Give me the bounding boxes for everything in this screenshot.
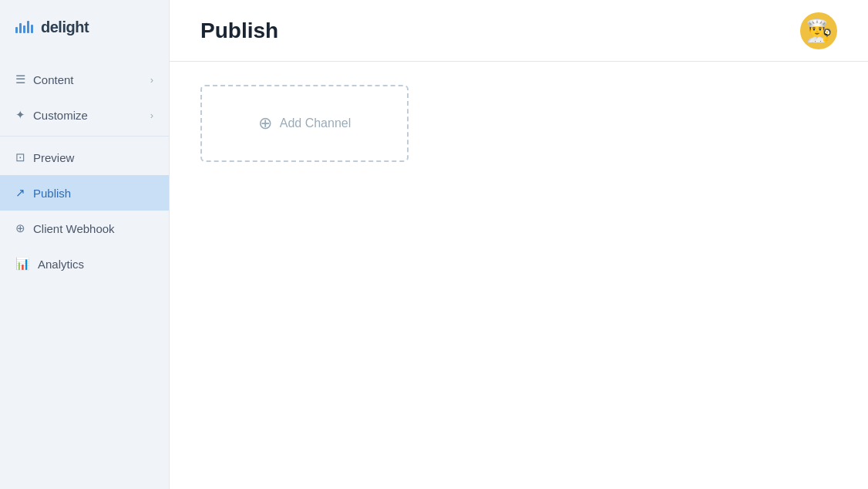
content-icon: ☰	[15, 73, 25, 86]
nav-divider	[0, 136, 169, 137]
avatar[interactable]: 👨‍🍳	[800, 12, 837, 49]
sidebar-label-customize: Customize	[33, 109, 88, 122]
main-content: Publish 👨‍🍳 ⊕ Add Channel	[170, 0, 868, 489]
add-channel-button[interactable]: ⊕ Add Channel	[200, 85, 409, 162]
logo-container: delight	[0, 0, 169, 54]
sidebar-item-customize[interactable]: ✦ Customize ›	[0, 97, 169, 133]
sidebar: delight ☰ Content › ✦ Customize › ⊡ Prev…	[0, 0, 170, 489]
logo: delight	[15, 19, 89, 36]
sidebar-nav: ☰ Content › ✦ Customize › ⊡ Preview ↗	[0, 54, 169, 289]
sidebar-item-client-webhook[interactable]: ⊕ Client Webhook	[0, 211, 169, 246]
logo-text: delight	[41, 19, 89, 36]
page-title: Publish	[200, 19, 278, 43]
sidebar-label-analytics: Analytics	[38, 258, 84, 271]
preview-icon: ⊡	[15, 150, 25, 164]
webhook-icon: ⊕	[15, 221, 25, 235]
logo-bar-2	[19, 23, 22, 33]
chevron-right-icon-2: ›	[150, 110, 153, 121]
sidebar-label-preview: Preview	[33, 151, 74, 164]
customize-icon: ✦	[15, 108, 25, 122]
page-body: ⊕ Add Channel	[170, 62, 868, 489]
logo-bar-4	[27, 21, 29, 33]
analytics-icon: 📊	[15, 257, 30, 271]
sidebar-label-client-webhook: Client Webhook	[33, 222, 115, 235]
add-channel-label: Add Channel	[280, 116, 352, 130]
sidebar-item-publish[interactable]: ↗ Publish	[0, 175, 169, 211]
logo-bar-5	[31, 25, 33, 33]
sidebar-item-analytics[interactable]: 📊 Analytics	[0, 246, 169, 282]
logo-bar-1	[15, 27, 18, 33]
sidebar-item-preview[interactable]: ⊡ Preview	[0, 140, 169, 175]
publish-icon: ↗	[15, 186, 25, 200]
sidebar-label-publish: Publish	[33, 187, 71, 200]
page-header: Publish 👨‍🍳	[170, 0, 868, 62]
add-circle-icon: ⊕	[258, 115, 272, 132]
avatar-image: 👨‍🍳	[806, 20, 833, 42]
sidebar-item-content[interactable]: ☰ Content ›	[0, 62, 169, 97]
chevron-right-icon: ›	[150, 74, 153, 86]
logo-bar-3	[23, 25, 25, 33]
sidebar-label-content: Content	[33, 73, 74, 86]
logo-bars-icon	[15, 21, 33, 33]
